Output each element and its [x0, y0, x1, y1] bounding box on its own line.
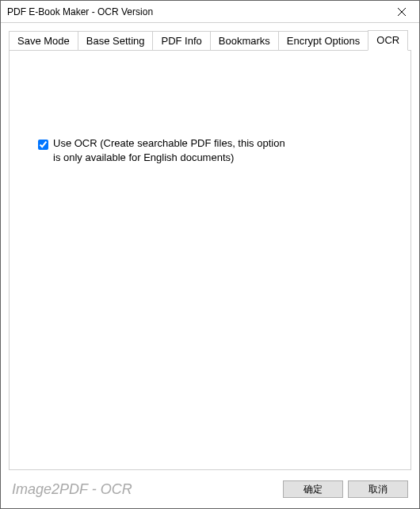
use-ocr-option: Use OCR (Create searchable PDF files, th… [38, 136, 291, 165]
footer: Image2PDF - OCR 确定 取消 [1, 476, 419, 508]
tab-pdf-info[interactable]: PDF Info [152, 31, 210, 50]
close-button[interactable] [384, 1, 419, 22]
tabstrip: Save Mode Base Setting PDF Info Bookmark… [1, 23, 419, 50]
close-icon [398, 8, 406, 16]
tab-encrypt-options[interactable]: Encrypt Options [278, 31, 369, 50]
cancel-button[interactable]: 取消 [348, 480, 408, 498]
tab-ocr[interactable]: OCR [368, 30, 408, 51]
use-ocr-checkbox[interactable] [38, 140, 48, 150]
window-title: PDF E-Book Maker - OCR Version [7, 6, 153, 17]
use-ocr-label[interactable]: Use OCR (Create searchable PDF files, th… [53, 136, 291, 165]
tab-save-mode[interactable]: Save Mode [9, 31, 78, 50]
tab-base-setting[interactable]: Base Setting [78, 31, 154, 50]
ok-button[interactable]: 确定 [283, 480, 343, 498]
tab-bookmarks[interactable]: Bookmarks [210, 31, 279, 50]
tab-content-ocr: Use OCR (Create searchable PDF files, th… [9, 50, 411, 470]
footer-brand: Image2PDF - OCR [12, 481, 278, 498]
titlebar: PDF E-Book Maker - OCR Version [1, 1, 419, 23]
